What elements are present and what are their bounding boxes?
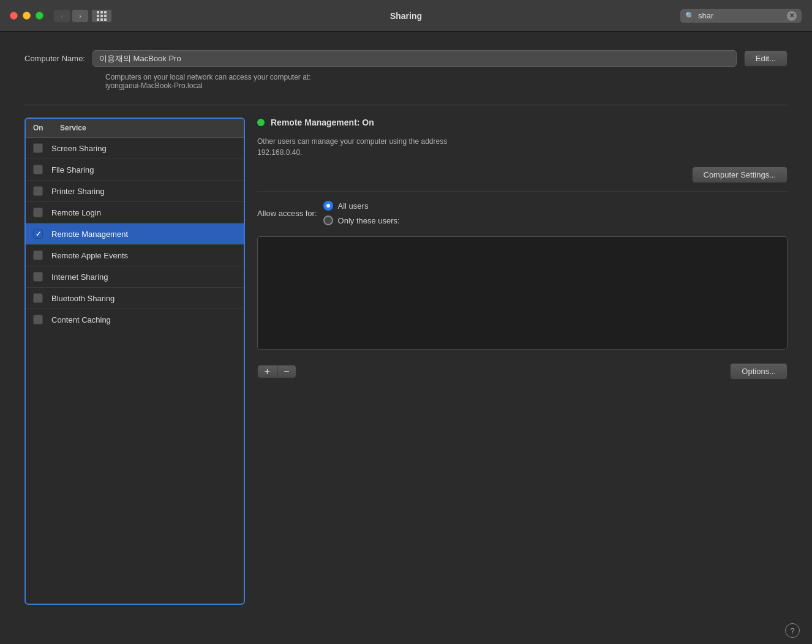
checkbox-bluetooth-sharing[interactable] — [33, 293, 43, 303]
window-title: Sharing — [390, 11, 422, 21]
service-item-file-sharing[interactable]: File Sharing — [26, 159, 244, 181]
service-list: Screen Sharing File Sharing Printer Shar… — [26, 138, 244, 604]
help-area: ? — [0, 617, 812, 644]
grid-icon — [97, 11, 107, 21]
radio-all-users[interactable]: All users — [323, 201, 400, 211]
search-clear-button[interactable]: ✕ — [787, 11, 797, 21]
service-list-header: On Service — [26, 119, 244, 138]
service-item-remote-apple-events[interactable]: Remote Apple Events — [26, 245, 244, 266]
checkbox-remote-management[interactable]: ✓ — [33, 229, 43, 239]
checkbox-file-sharing[interactable] — [33, 165, 43, 174]
computer-name-label: Computer Name: — [24, 54, 85, 63]
service-item-printer-sharing[interactable]: Printer Sharing — [26, 181, 244, 202]
main-content: Computer Name: Edit... Computers on your… — [0, 32, 812, 617]
remove-user-button[interactable]: − — [277, 365, 296, 378]
radio-only-these-circle[interactable] — [323, 215, 333, 225]
search-icon: 🔍 — [685, 12, 694, 20]
radio-all-users-label: All users — [338, 201, 369, 211]
status-row: Remote Management: On — [257, 118, 788, 127]
access-row: Allow access for: All users Only these u… — [257, 201, 788, 225]
status-dot — [257, 119, 265, 126]
add-user-button[interactable]: + — [257, 365, 277, 378]
checkbox-printer-sharing[interactable] — [33, 186, 43, 196]
close-button[interactable] — [10, 12, 18, 20]
checkbox-remote-login[interactable] — [33, 208, 43, 217]
minimize-button[interactable] — [23, 12, 31, 20]
service-item-content-caching[interactable]: Content Caching — [26, 309, 244, 330]
header-service: Service — [60, 124, 86, 132]
traffic-lights — [10, 12, 43, 20]
status-title: Remote Management: On — [271, 118, 374, 127]
service-name-internet-sharing: Internet Sharing — [51, 272, 108, 282]
radio-options: All users Only these users: — [323, 201, 400, 225]
service-list-container: On Service Screen Sharing File Sharing P… — [24, 118, 245, 605]
radio-only-these-label: Only these users: — [338, 216, 400, 225]
network-info: Computers on your local network can acce… — [105, 73, 788, 90]
back-button[interactable]: ‹ — [53, 9, 70, 23]
access-label: Allow access for: — [257, 209, 317, 218]
search-bar: 🔍 ✕ — [680, 9, 802, 23]
service-item-bluetooth-sharing[interactable]: Bluetooth Sharing — [26, 288, 244, 309]
radio-all-users-circle[interactable] — [323, 201, 333, 211]
computer-name-row: Computer Name: Edit... — [24, 50, 788, 67]
service-name-content-caching: Content Caching — [51, 315, 111, 324]
checkbox-internet-sharing[interactable] — [33, 272, 43, 282]
status-description: Other users can manage your computer usi… — [257, 136, 788, 158]
list-action-row: + − Options... — [257, 363, 788, 380]
right-divider — [257, 192, 788, 192]
status-description-line2: 192.168.0.40. — [257, 147, 788, 158]
help-button[interactable]: ? — [785, 623, 800, 638]
edit-button[interactable]: Edit... — [744, 50, 788, 67]
service-name-screen-sharing: Screen Sharing — [51, 144, 107, 153]
service-item-screen-sharing[interactable]: Screen Sharing — [26, 138, 244, 159]
grid-view-button[interactable] — [91, 9, 112, 23]
forward-button[interactable]: › — [72, 9, 89, 23]
service-item-remote-management[interactable]: ✓ Remote Management — [26, 223, 244, 245]
service-item-internet-sharing[interactable]: Internet Sharing — [26, 266, 244, 288]
main-panel: On Service Screen Sharing File Sharing P… — [24, 118, 788, 605]
header-on: On — [33, 124, 48, 132]
maximize-button[interactable] — [36, 12, 43, 20]
service-name-bluetooth-sharing: Bluetooth Sharing — [51, 294, 115, 303]
service-name-remote-management: Remote Management — [51, 230, 128, 239]
options-button[interactable]: Options... — [730, 363, 788, 380]
divider — [24, 105, 788, 105]
search-input[interactable] — [698, 11, 783, 20]
radio-only-these[interactable]: Only these users: — [323, 215, 400, 225]
checkbox-remote-apple-events[interactable] — [33, 250, 43, 260]
service-name-printer-sharing: Printer Sharing — [51, 187, 105, 196]
computer-name-input[interactable] — [92, 50, 737, 67]
checkbox-content-caching[interactable] — [33, 315, 43, 324]
nav-buttons: ‹ › — [53, 9, 89, 23]
users-list-box[interactable] — [257, 236, 788, 350]
titlebar: ‹ › Sharing 🔍 ✕ — [0, 0, 812, 32]
computer-settings-button[interactable]: Computer Settings... — [692, 167, 788, 183]
right-panel: Remote Management: On Other users can ma… — [257, 118, 788, 605]
service-name-remote-apple-events: Remote Apple Events — [51, 251, 128, 260]
service-name-remote-login: Remote Login — [51, 208, 101, 217]
checkmark-icon: ✓ — [36, 230, 41, 238]
status-description-line1: Other users can manage your computer usi… — [257, 136, 788, 147]
checkbox-screen-sharing[interactable] — [33, 143, 43, 153]
service-item-remote-login[interactable]: Remote Login — [26, 202, 244, 223]
service-name-file-sharing: File Sharing — [51, 165, 94, 174]
